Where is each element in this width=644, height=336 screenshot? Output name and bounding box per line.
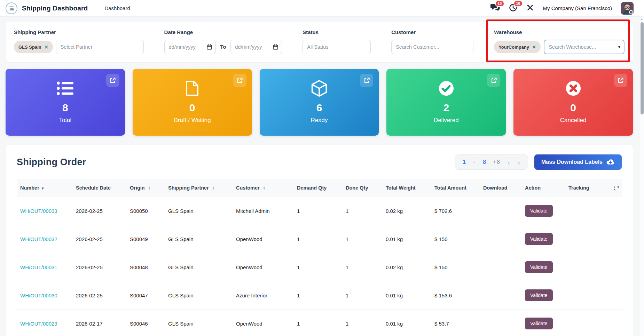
shipping-partner-tag[interactable]: GLS Spain ✕ <box>14 41 53 53</box>
table-row: WH/OUT/000332026-02-25S00050GLS SpainMit… <box>17 197 622 225</box>
table-row: WH/OUT/000312026-02-25S00048GLS SpainOpe… <box>17 253 622 281</box>
column-header-schedule-date: Schedule Date <box>72 179 126 197</box>
cell-action: Validate <box>521 225 565 253</box>
warehouse-tag[interactable]: YourCompany ✕ <box>494 41 541 53</box>
column-header-total-amount: Total Amount <box>431 179 480 197</box>
external-link-button[interactable] <box>233 74 246 87</box>
validate-button[interactable]: Validate <box>525 318 553 329</box>
cell-action: Validate <box>521 310 565 336</box>
shipping-partner-input[interactable] <box>56 40 144 54</box>
avatar-status-ring <box>629 10 633 14</box>
cell-done-qty: 1 <box>342 310 382 336</box>
column-header-download: Download <box>480 179 521 197</box>
pagination-start[interactable]: 1 <box>463 159 466 165</box>
cloud-download-icon <box>606 159 615 166</box>
validate-button[interactable]: Validate <box>525 289 553 301</box>
cell-done-qty: 1 <box>342 197 382 225</box>
external-link-button[interactable] <box>106 74 119 87</box>
column-header-done-qty: Done Qty <box>342 179 382 197</box>
calendar-icon <box>273 44 278 50</box>
order-number-link[interactable]: WH/OUT/00032 <box>20 236 57 242</box>
order-number-link[interactable]: WH/OUT/00030 <box>20 293 57 298</box>
date-range-label: Date Range <box>164 29 282 35</box>
text-cursor <box>548 44 549 50</box>
date-range-to-label: To <box>220 44 226 50</box>
customer-label: Customer <box>391 29 473 35</box>
cell-total-amount: $ 153.6 <box>431 281 480 310</box>
cell-tracking <box>565 197 605 225</box>
sort-icon: ▲▼ <box>263 186 266 190</box>
app-logo-icon: odoo <box>6 2 17 14</box>
external-link-icon <box>363 77 370 84</box>
card-draft-waiting[interactable]: 0 Draft / Waiting <box>133 69 252 136</box>
card-total[interactable]: 8 Total <box>6 69 125 136</box>
debug-tools-button[interactable] <box>526 4 534 13</box>
cell-download <box>480 310 521 336</box>
mass-download-labels-button[interactable]: Mass Download Labels <box>534 154 622 170</box>
order-number-link[interactable]: WH/OUT/00033 <box>20 208 57 214</box>
pagination: 1 - 8 / 8 ‹ › <box>455 154 528 170</box>
cell-action: Validate <box>521 281 565 310</box>
card-label: Draft / Waiting <box>174 117 211 124</box>
external-link-button[interactable] <box>487 74 500 87</box>
user-avatar[interactable] <box>621 2 634 15</box>
validate-button[interactable]: Validate <box>525 233 553 245</box>
shipping-order-section: Shipping Order 1 - 8 / 8 ‹ › Mass Downlo… <box>6 145 633 336</box>
card-count: 2 <box>443 102 449 114</box>
cell-origin: S00046 <box>126 310 165 336</box>
status-cards-row: 8 Total 0 Draft / Waiting 6 Ready <box>6 69 633 136</box>
column-header-shipping-partner[interactable]: Shipping Partner ▲▼ <box>165 179 233 197</box>
customer-search-input[interactable] <box>391 40 473 54</box>
card-count: 6 <box>316 102 322 114</box>
messages-button[interactable]: 10 <box>490 3 500 13</box>
external-link-button[interactable] <box>360 74 373 87</box>
cell-origin: S00048 <box>126 253 165 281</box>
chevron-left-icon[interactable]: ‹ <box>508 159 510 166</box>
column-settings-icon[interactable]: ⋮▾ <box>605 179 622 197</box>
order-number-link[interactable]: WH/OUT/00031 <box>20 264 57 270</box>
cell-done-qty: 1 <box>342 225 382 253</box>
validate-button[interactable]: Validate <box>525 261 553 273</box>
external-link-button[interactable] <box>614 74 627 87</box>
chevron-down-icon[interactable]: ▾ <box>618 45 620 49</box>
warehouse-search-input[interactable]: Search Warehouse... ▾ <box>544 40 625 54</box>
chevron-right-icon[interactable]: › <box>518 159 520 166</box>
scrollbar-thumb[interactable] <box>641 22 644 114</box>
cell-demand-qty: 1 <box>293 281 342 310</box>
cell-shipping-partner: GLS Spain <box>165 310 233 336</box>
card-cancelled[interactable]: 0 Cancelled <box>513 69 633 136</box>
pagination-total: / 8 <box>494 159 500 165</box>
card-delivered[interactable]: 2 Delivered <box>386 69 506 136</box>
list-icon <box>57 78 73 98</box>
cell-schedule-date: 2026-02-25 <box>72 197 126 225</box>
cell-tracking <box>565 310 605 336</box>
activities-button[interactable]: 10 <box>509 3 517 13</box>
cell-tracking <box>565 225 605 253</box>
external-link-icon <box>617 77 624 84</box>
card-count: 0 <box>189 102 195 114</box>
cell-number: WH/OUT/00030 <box>17 281 72 310</box>
column-header-origin[interactable]: Origin ▲▼ <box>126 179 165 197</box>
cell-demand-qty: 1 <box>293 225 342 253</box>
cell-settings-spacer <box>605 281 622 310</box>
validate-button[interactable]: Validate <box>525 205 553 217</box>
company-menu[interactable]: My Company (San Francisco) <box>543 5 612 11</box>
cell-shipping-partner: GLS Spain <box>165 225 233 253</box>
column-header-action: Action <box>521 179 565 197</box>
remove-tag-icon[interactable]: ✕ <box>45 45 48 50</box>
pagination-end[interactable]: 8 <box>483 159 486 165</box>
external-link-icon <box>109 77 116 84</box>
cell-action: Validate <box>521 197 565 225</box>
cell-customer: Mitchell Admin <box>233 197 293 225</box>
column-header-number[interactable]: Number▼ <box>17 179 72 197</box>
menu-dashboard[interactable]: Dashboard <box>104 5 130 11</box>
cell-settings-spacer <box>605 197 622 225</box>
remove-tag-icon[interactable]: ✕ <box>532 45 536 50</box>
cell-total-weight: 0.01 kg <box>382 225 431 253</box>
column-header-customer[interactable]: Customer ▲▼ <box>233 179 293 197</box>
cell-download <box>480 281 521 310</box>
status-input[interactable] <box>303 40 371 54</box>
order-number-link[interactable]: WH/OUT/00029 <box>20 321 57 327</box>
scroll-up-icon[interactable]: ▲ <box>639 17 644 21</box>
card-ready[interactable]: 6 Ready <box>260 69 379 136</box>
